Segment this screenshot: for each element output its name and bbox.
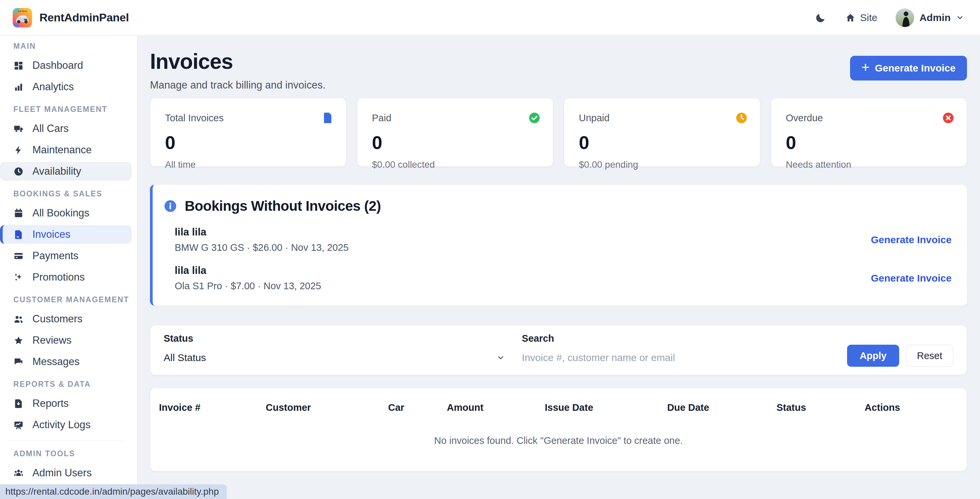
sidebar-item-availability[interactable]: Availability xyxy=(0,162,132,181)
sidebar-item-reports[interactable]: Reports xyxy=(0,394,132,413)
invoice-file-icon xyxy=(13,229,24,240)
site-link[interactable]: Site xyxy=(845,12,877,23)
app-title: RentAdminPanel xyxy=(40,11,129,24)
brand: Car Rent RentAdminPanel xyxy=(13,8,129,27)
sidebar-item-all-cars[interactable]: All Cars xyxy=(0,119,132,138)
bolt-icon xyxy=(13,145,24,155)
status-filter-label: Status xyxy=(164,333,507,344)
chevron-down-icon xyxy=(956,14,964,22)
sidebar-section-admin: ADMIN TOOLS xyxy=(13,449,137,458)
generate-invoice-button[interactable]: + Generate Invoice xyxy=(850,56,967,81)
column-header-actions: Actions xyxy=(865,402,958,413)
home-icon xyxy=(845,13,856,23)
booking-details: Ola S1 Pro · $7.00 · Nov 13, 2025 xyxy=(175,281,321,292)
page-title: Invoices xyxy=(150,49,326,74)
clock-icon xyxy=(735,111,748,124)
stat-card-total-invoices: Total Invoices 0 All time xyxy=(150,98,346,167)
column-header-status: Status xyxy=(776,402,865,413)
vehicle-icon xyxy=(13,124,24,134)
main-content: Invoices Manage and track billing and in… xyxy=(138,36,980,499)
booking-details: BMW G 310 GS · $26.00 · Nov 13, 2025 xyxy=(175,242,349,253)
sidebar-section-reports: REPORTS & DATA xyxy=(13,380,137,389)
generate-invoice-link[interactable]: Generate Invoice xyxy=(871,273,951,284)
sidebar-item-analytics[interactable]: Analytics xyxy=(0,78,132,96)
apply-button[interactable]: Apply xyxy=(847,345,899,367)
generate-invoice-link[interactable]: Generate Invoice xyxy=(871,234,951,245)
report-file-icon xyxy=(13,399,24,409)
chat-bubbles-icon xyxy=(13,357,24,367)
credit-card-icon xyxy=(13,251,24,261)
bookings-without-invoices-panel: Bookings Without Invoices (2) lila lila … xyxy=(150,185,967,306)
moon-icon xyxy=(815,12,826,23)
people-group-icon xyxy=(13,468,24,478)
filter-bar: Status All Status Search Apply Reset xyxy=(150,325,967,375)
chevron-down-icon xyxy=(496,353,505,362)
svg-text:Car Rent: Car Rent xyxy=(18,10,27,12)
column-header-car: Car xyxy=(388,402,447,413)
star-icon xyxy=(13,335,24,346)
user-name: Admin xyxy=(920,12,951,23)
sidebar-item-dashboard[interactable]: Dashboard xyxy=(0,56,132,75)
avatar xyxy=(896,8,914,27)
booking-customer-name: lila lila xyxy=(175,265,321,277)
people-icon xyxy=(13,314,24,324)
invoices-table: Invoice # Customer Car Amount Issue Date… xyxy=(150,388,967,471)
calendar-icon xyxy=(13,208,24,218)
clock-icon xyxy=(13,166,24,177)
dashboard-icon xyxy=(13,60,24,71)
sparkles-icon xyxy=(13,272,24,283)
booking-row: lila lila BMW G 310 GS · $26.00 · Nov 13… xyxy=(175,226,951,253)
sidebar-item-promotions[interactable]: Promotions xyxy=(0,268,132,286)
check-circle-icon xyxy=(528,111,541,124)
sidebar-section-main: MAIN xyxy=(13,42,137,51)
x-circle-icon xyxy=(942,111,955,124)
reset-button[interactable]: Reset xyxy=(906,345,953,367)
sidebar-item-maintenance[interactable]: Maintenance xyxy=(0,141,132,159)
status-select[interactable]: All Status xyxy=(164,351,507,364)
sidebar-item-admin-users[interactable]: Admin Users xyxy=(0,464,132,482)
sidebar-section-bookings: BOOKINGS & SALES xyxy=(13,189,137,199)
sidebar-item-invoices[interactable]: Invoices xyxy=(0,225,132,244)
sidebar-item-payments[interactable]: Payments xyxy=(0,246,132,265)
sidebar: MAIN Dashboard Analytics FLEET MANAGEMEN… xyxy=(0,36,137,499)
booking-row: lila lila Ola S1 Pro · $7.00 · Nov 13, 2… xyxy=(175,265,951,292)
stat-card-unpaid: Unpaid 0 $0.00 pending xyxy=(564,98,760,167)
booking-customer-name: lila lila xyxy=(175,226,349,238)
column-header-issue-date: Issue Date xyxy=(545,402,667,413)
stat-card-overdue: Overdue 0 Needs attention xyxy=(771,98,967,167)
dark-mode-toggle[interactable] xyxy=(814,11,827,24)
page-subtitle: Manage and track billing and invoices. xyxy=(150,79,326,91)
app-logo-icon: Car Rent xyxy=(13,8,32,27)
activity-board-icon xyxy=(13,420,24,430)
sidebar-section-customers: CUSTOMER MANAGEMENT xyxy=(13,295,137,304)
user-menu[interactable]: Admin xyxy=(896,8,964,27)
info-icon xyxy=(163,199,177,213)
stat-card-paid: Paid 0 $0.00 collected xyxy=(357,98,554,167)
top-header: Car Rent RentAdminPanel Site xyxy=(0,0,980,35)
sidebar-item-all-bookings[interactable]: All Bookings xyxy=(0,204,132,222)
sidebar-divider xyxy=(10,440,124,440)
table-header-row: Invoice # Customer Car Amount Issue Date… xyxy=(159,402,958,413)
sidebar-item-reviews[interactable]: Reviews xyxy=(0,331,132,350)
invoice-file-icon xyxy=(321,111,334,124)
link-preview-statusbar: https://rental.cdcode.in/admin/pages/ava… xyxy=(0,484,227,499)
table-empty-message: No invoices found. Click "Generate Invoi… xyxy=(159,435,958,446)
column-header-customer: Customer xyxy=(266,402,388,413)
search-filter-label: Search xyxy=(522,333,832,344)
sidebar-item-messages[interactable]: Messages xyxy=(0,352,132,371)
search-input[interactable] xyxy=(522,351,832,364)
sidebar-section-fleet: FLEET MANAGEMENT xyxy=(13,105,137,114)
plus-icon: + xyxy=(861,60,870,75)
bookings-panel-title: Bookings Without Invoices (2) xyxy=(185,198,381,214)
column-header-invoice-number: Invoice # xyxy=(159,402,266,413)
site-label: Site xyxy=(860,12,877,23)
stats-row: Total Invoices 0 All time Paid 0 $0.00 c… xyxy=(150,98,967,167)
sidebar-item-activity-logs[interactable]: Activity Logs xyxy=(0,415,132,434)
sidebar-item-customers[interactable]: Customers xyxy=(0,310,132,328)
column-header-due-date: Due Date xyxy=(667,402,776,413)
bar-chart-icon xyxy=(13,82,24,92)
column-header-amount: Amount xyxy=(447,402,545,413)
